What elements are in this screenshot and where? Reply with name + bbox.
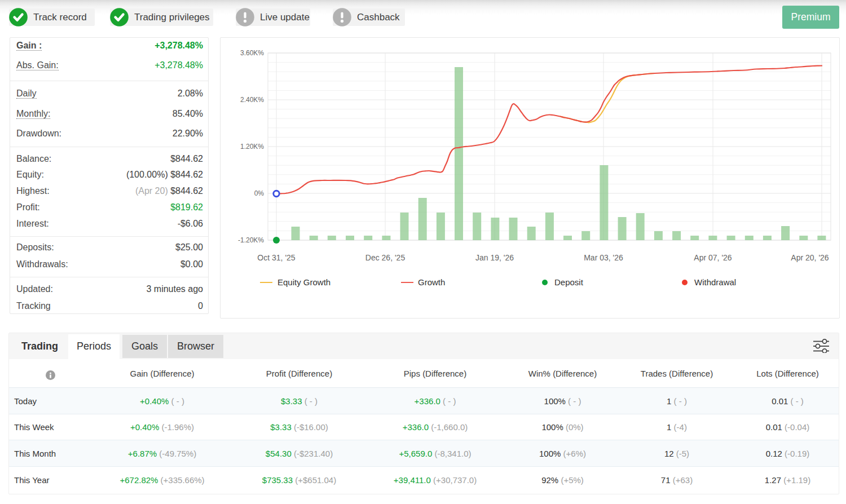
- svg-text:Apr 07, '26: Apr 07, '26: [694, 253, 732, 262]
- svg-text:Withdrawal: Withdrawal: [694, 277, 736, 287]
- svg-text:2.40K%: 2.40K%: [240, 96, 264, 104]
- svg-text:Mar 03, '26: Mar 03, '26: [584, 253, 623, 262]
- svg-text:1.20K%: 1.20K%: [240, 143, 264, 151]
- svg-text:Apr 20, '26: Apr 20, '26: [791, 253, 829, 262]
- svg-text:-1.20K%: -1.20K%: [238, 236, 264, 244]
- svg-text:Growth: Growth: [418, 277, 445, 287]
- svg-text:Deposit: Deposit: [554, 277, 584, 287]
- svg-text:3.60K%: 3.60K%: [240, 49, 264, 57]
- svg-text:Oct 31, '25: Oct 31, '25: [257, 253, 295, 262]
- svg-text:0%: 0%: [254, 189, 265, 197]
- svg-text:Jan 19, '26: Jan 19, '26: [475, 253, 514, 262]
- svg-text:Dec 26, '25: Dec 26, '25: [365, 253, 406, 262]
- svg-text:Equity Growth: Equity Growth: [277, 277, 331, 287]
